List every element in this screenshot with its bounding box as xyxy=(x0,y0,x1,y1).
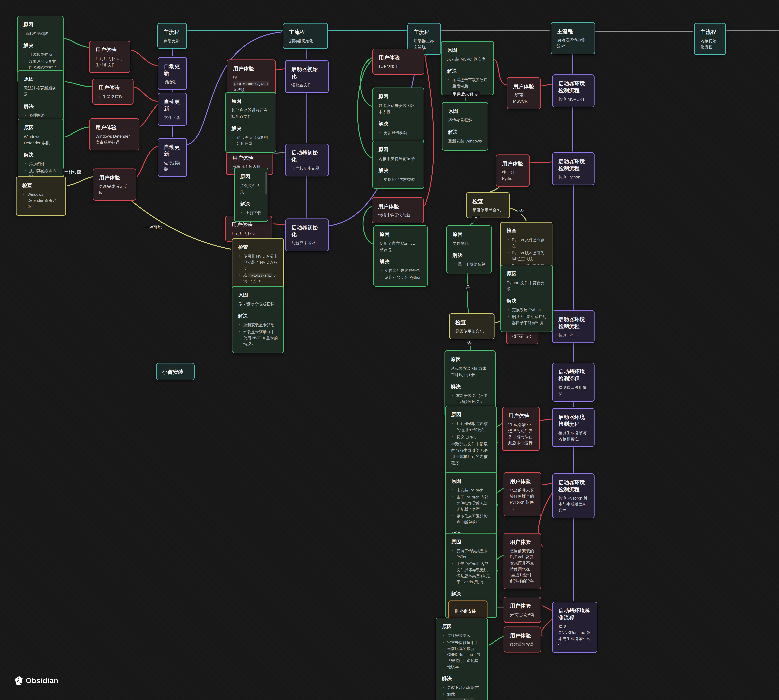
section-heading: 解决 xyxy=(379,167,418,174)
edge-r8-g8[interactable] xyxy=(357,60,373,158)
node-envdetect-engine-kernel[interactable]: 启动器环境检测流程检测生成引擎与内核相容性 xyxy=(552,408,594,447)
edge-r17-g18[interactable] xyxy=(489,636,504,645)
section-text: 无法连接更新服务器 xyxy=(24,85,58,98)
node-envdetect-port[interactable]: 启动器环境检测流程检测端口占用情况 xyxy=(552,363,594,402)
node-envdetect-msvcrt[interactable]: 启动器环境检测流程检测 MSVCRT xyxy=(552,75,594,107)
edge-v7-r17[interactable] xyxy=(541,619,552,636)
node-cause-official-comfyui-bundle[interactable]: 原因使用了官方 ComfyUI 整合包解决更换其他兼容整合包从启动器安装 Pyt… xyxy=(373,225,428,287)
edge-q1-r5[interactable] xyxy=(277,69,285,70)
bullet-list: 按照提示下载安装后重启电脑 xyxy=(447,77,488,89)
edge-q2-r6[interactable] xyxy=(274,153,285,153)
edge-r8-g7[interactable] xyxy=(360,58,372,106)
bullet-item: 按照提示下载安装后重启电脑 xyxy=(452,77,488,89)
node-ux-device-may-not-run[interactable]: 用户体验“生成引擎”中选择的硬件设备可能无法在此版本中运行 xyxy=(502,407,540,451)
node-text: 初始化 xyxy=(164,79,181,85)
node-cause-update-server-unreachable[interactable]: 原因无法连接更新服务器解决修理网络 xyxy=(18,70,64,125)
edge-r9-g9[interactable] xyxy=(363,206,372,244)
node-ux-no-response-after-update[interactable]: 用户体验更新完成后无反应 xyxy=(93,168,136,201)
node-title: 主流程 xyxy=(163,28,181,35)
edge-q3-r7[interactable] xyxy=(273,224,285,224)
edge-v6-r14[interactable] xyxy=(542,483,552,485)
edge-v1-r10[interactable] xyxy=(542,84,552,86)
node-text: 自动更新 xyxy=(163,38,181,44)
node-text: 检测生成引擎与内核相容性 xyxy=(559,430,588,442)
node-cause-defender-false-positive[interactable]: 原因Windows Defender 误报解决添加例外换用其他杀毒方案 xyxy=(18,119,64,186)
node-check-bundle-1[interactable]: 检查是否使用整合包 xyxy=(466,192,510,218)
edge-r10-g10[interactable] xyxy=(495,60,507,85)
bullet-item: 或 nvidia-smi 无法正常运行 xyxy=(244,272,278,284)
obsidian-canvas[interactable]: Obsidian 主流程自动更新主流程启动器初始化主流程启动器主界面呈现主流程启… xyxy=(0,0,779,700)
node-main-launcher-init[interactable]: 主流程启动器初始化 xyxy=(283,23,328,49)
node-init-read-kernel-history[interactable]: 启动器初始化读内核历史记录 xyxy=(285,143,329,177)
edge-r3-g3[interactable] xyxy=(65,127,89,137)
bullet-item: 安装了错误类型的 PyTorch xyxy=(457,548,491,560)
node-ux-preference-unreadable[interactable]: 用户体验报 preference.json 无法读 xyxy=(227,60,276,98)
node-envdetect-python[interactable]: 启动器环境检测流程检测 Python xyxy=(552,152,594,185)
bullet-item: 更新显卡驱动 xyxy=(384,130,418,136)
node-cause-gpu-driver-crash[interactable]: 原因显卡驱动崩溃或损坏解决重新安装显卡驱动卸载显卡驱动（未使用 NVIDIA 显… xyxy=(232,286,284,353)
node-ref-small-window-install[interactable]: 见 小窗安装 xyxy=(448,600,487,619)
node-title: 用户体验 xyxy=(510,602,535,609)
edge-r1-g1[interactable] xyxy=(65,38,89,47)
node-text: 启动器环境检测流程 xyxy=(557,37,589,49)
edge-p3-r4[interactable] xyxy=(137,147,158,176)
node-text: 运行启动器 xyxy=(164,160,181,172)
node-small-window-install[interactable]: 小窗安装 xyxy=(156,363,195,380)
node-check-bundle-2[interactable]: 检查是否使用整合包 xyxy=(449,313,494,339)
node-cause-onnxruntime-fallback[interactable]: 原因过往安装失败官方未提供适用于当前版本的最新 ONNXRuntime，导致安装… xyxy=(435,618,488,700)
node-cause-msvc-missing[interactable]: 原因未安装 MSVC 标准库解决按照提示下载安装后重启电脑 xyxy=(441,41,494,95)
edge-r2-g2[interactable] xyxy=(65,82,92,87)
node-ux-defender-threat[interactable]: 用户体验Windows Defender 病毒威胁错误 xyxy=(89,118,139,150)
node-ux-install-error[interactable]: 用户体验安装过程报错 xyxy=(504,597,541,623)
node-envdetect-onnxruntime[interactable]: 启动器环境检测流程检测 ONNXRuntime 版本与生成引擎相容性 xyxy=(552,602,597,653)
edge-p1-r1[interactable] xyxy=(132,50,158,65)
edge-p2-r2[interactable] xyxy=(135,87,158,101)
node-ux-no-response-lockfile[interactable]: 用户体验启动后无反应，生成锁文件 xyxy=(89,41,130,73)
node-init-load-gpu-driver[interactable]: 启动器初始化加载显卡驱动 xyxy=(285,218,329,251)
node-title: 用户体验 xyxy=(510,538,535,545)
node-scrollbar[interactable] xyxy=(265,172,267,194)
node-text: 读内核历史记录 xyxy=(291,165,322,172)
node-text: 启动后无反应，生成锁文件 xyxy=(95,56,124,68)
node-cause-python-not-qualified[interactable]: 原因Python 文件不符合要求解决更换系统 Python删除 / 重新生成启动… xyxy=(500,265,553,332)
node-cause-file-corrupt[interactable]: 原因文件损坏解决重新下载整合包 xyxy=(446,225,492,273)
node-text: 是否使用整合包 xyxy=(472,207,504,213)
edge-v7-r16[interactable] xyxy=(542,606,552,611)
edge-p2-r3[interactable] xyxy=(140,104,158,127)
node-cause-env-var-corrupt[interactable]: 原因环境变量损坏解决重新安装 Windows xyxy=(442,102,488,151)
edge-r4-y1[interactable] xyxy=(67,177,93,186)
node-cause-gpu-driver-missing[interactable]: 原因显卡驱动未安装 / 版本太低解决更新显卡驱动 xyxy=(372,88,424,142)
node-title: 用户体验 xyxy=(98,84,127,91)
node-update-download[interactable]: 自动更新文件下载 xyxy=(158,93,187,126)
node-main-env-detect[interactable]: 主流程启动器环境检测流程 xyxy=(551,22,595,54)
node-check-nvidia-driver[interactable]: 检查使用非 NVIDIA 显卡但安装了 NVIDIA 驱动或 nvidia-sm… xyxy=(232,238,284,291)
node-main-auto-update[interactable]: 主流程自动更新 xyxy=(157,23,187,49)
node-ux-no-pytorch[interactable]: 用户体验您当前并未安装任何版本的 PyTorch 软件包 xyxy=(504,472,541,517)
section-heading: 原因 xyxy=(453,231,485,238)
edge-v5-r13[interactable] xyxy=(540,419,552,420)
node-cause-key-file-missing[interactable]: 原因关键文件丢失解决重新下载 xyxy=(234,168,268,222)
node-ux-python-not-found[interactable]: 用户体验找不到 Python xyxy=(496,155,530,187)
node-ux-enhance-load-fail[interactable]: 用户体验增强体验无法加载 xyxy=(372,197,424,223)
node-check-defender-log[interactable]: 检查Windows Defender 查杀记录 xyxy=(16,177,66,216)
section-heading: 原因 xyxy=(451,356,489,363)
node-update-init[interactable]: 自动更新初始化 xyxy=(158,57,187,90)
node-text: 找不到 MSVCRT xyxy=(513,92,535,104)
node-cause-kernel-unsupported-gpu[interactable]: 原因内核不支持当前显卡解决更换其他内核类型 xyxy=(372,141,424,189)
node-ux-msvcrt-not-found[interactable]: 用户体验找不到 MSVCRT xyxy=(507,77,541,109)
node-ux-repeated-install[interactable]: 用户体验多次重复安装 xyxy=(504,627,541,653)
bullet-list: 未安装 PyTorch由于 PyTorch 内部文件损坏导致无法识别版本类型更多… xyxy=(451,487,491,525)
node-title: 启动器环境检测流程 xyxy=(559,413,588,427)
node-init-read-config[interactable]: 启动器初始化读配置文件 xyxy=(285,60,329,93)
node-envdetect-git[interactable]: 启动器环境检测流程检测 Git xyxy=(552,310,594,343)
bullet-list: 更改 PyTorch 版本卸载 onnxruntime-gpu xyxy=(442,685,482,700)
node-ux-gpu-not-found[interactable]: 用户体验找不到显卡 xyxy=(372,48,424,75)
node-ux-network-error[interactable]: 用户体验产生网络错误 xyxy=(92,78,133,105)
node-cause-other-launcher-writing-config[interactable]: 原因其他启动器进程正在写配置文件解决耐心等待启动器初始化完成 xyxy=(225,92,276,153)
edge-v2-r11[interactable] xyxy=(530,162,552,163)
node-update-run-launcher[interactable]: 自动更新运行启动器 xyxy=(158,138,187,177)
node-ux-pytorch-unsupported-device[interactable]: 用户体验您当前安装的 PyTorch 及其附属库并不支持使用您在“生成引擎”中所… xyxy=(504,533,541,589)
node-main-kernel-init[interactable]: 主流程内核初始化流程 xyxy=(694,23,726,55)
edge-label-yes-2: 是 xyxy=(464,284,472,291)
node-envdetect-pytorch[interactable]: 启动器环境检测流程检测 PyTorch 版本与生成引擎相容性 xyxy=(552,473,594,518)
